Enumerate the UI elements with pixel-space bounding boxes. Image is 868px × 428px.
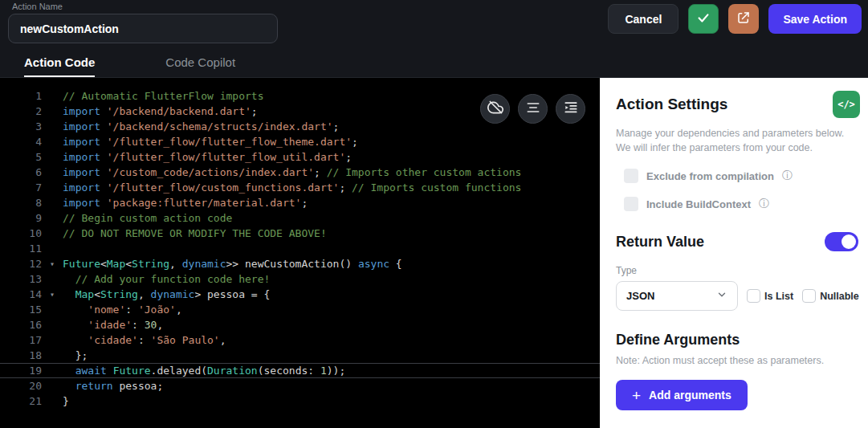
code-line[interactable]: 18 }; [0,348,600,363]
define-arguments-title: Define Arguments [616,332,862,349]
code-line[interactable]: 11 [0,241,600,256]
exclude-compilation-checkbox[interactable] [624,169,638,183]
code-line[interactable]: 4import '/flutter_flow/flutter_flow_them… [0,134,600,149]
code-line[interactable]: 10// DO NOT REMOVE OR MODIFY THE CODE AB… [0,226,600,241]
line-content: 'cidade': 'São Paulo', [63,332,226,348]
code-line[interactable]: 20 return pessoa; [0,378,600,393]
fold-gutter [42,104,63,119]
fold-gutter [42,210,63,226]
code-line[interactable]: 5import '/flutter_flow/flutter_flow_util… [0,149,600,165]
fold-gutter [42,88,63,104]
line-content: await Future.delayed(Duration(seconds: 1… [63,364,345,377]
line-number: 11 [0,241,42,256]
fold-gutter [42,348,63,363]
is-list-group: Is List [747,289,793,303]
info-icon[interactable]: ⓘ [759,197,769,211]
line-number: 4 [0,134,42,149]
code-view-button[interactable]: </> [833,91,860,118]
line-number: 9 [0,210,42,226]
include-buildcontext-checkbox[interactable] [624,197,638,211]
cloud-off-icon [487,100,503,118]
code-line[interactable]: 21} [0,393,600,409]
line-number: 3 [0,119,42,134]
add-arguments-button[interactable]: + Add arguments [616,380,748,410]
toggle-knob [842,234,856,249]
header-buttons: Cancel Save Action [608,4,862,34]
cancel-button[interactable]: Cancel [608,4,679,34]
confirm-button[interactable] [688,4,719,34]
exclude-compilation-row: Exclude from compilation ⓘ [616,169,862,183]
fold-gutter [42,302,63,317]
fold-chevron-icon[interactable]: ▾ [42,287,63,302]
tab-code-copilot[interactable]: Code Copilot [165,48,235,77]
return-value-toggle[interactable] [825,232,858,251]
code-line[interactable]: 9// Begin custom action code [0,210,600,226]
line-content: Future<Map<String, dynamic>> newCustomAc… [63,256,402,271]
fold-gutter [42,165,63,180]
line-number: 2 [0,104,42,119]
plus-icon: + [632,388,641,403]
editor-toolbar [480,94,585,124]
add-arguments-label: Add arguments [649,389,731,402]
line-content: import '/flutter_flow/flutter_flow_util.… [63,149,352,165]
open-external-button[interactable] [728,4,759,34]
custom-action-editor: Action Name Cancel Save Action Action Co… [0,0,868,428]
line-number: 20 [0,378,42,393]
line-number: 21 [0,393,42,409]
code-line[interactable]: 14▾ Map<String, dynamic> pessoa = { [0,287,600,302]
nullable-checkbox[interactable] [802,289,816,303]
line-content: Map<String, dynamic> pessoa = { [63,287,270,302]
fold-gutter [42,180,63,195]
line-number: 16 [0,317,42,332]
cloud-off-button[interactable] [480,94,510,124]
format-align-button[interactable] [518,94,548,124]
info-icon[interactable]: ⓘ [782,169,793,183]
code-line[interactable]: 13 // Add your function code here! [0,271,600,287]
line-number: 17 [0,332,42,348]
code-line[interactable]: 7import '/flutter_flow/custom_functions.… [0,180,600,195]
action-name-label: Action Name [12,2,278,11]
action-name-input[interactable] [8,14,278,43]
line-number: 10 [0,226,42,241]
save-action-button[interactable]: Save Action [768,4,862,34]
panel-description: Manage your dependencies and parameters … [616,126,857,155]
fold-gutter [42,119,63,134]
fold-gutter [42,317,63,332]
fold-gutter [42,149,63,165]
code-icon: </> [837,99,855,110]
line-number: 8 [0,195,42,210]
is-list-checkbox[interactable] [747,289,760,303]
chevron-down-icon [716,289,727,304]
code-editor[interactable]: 1// Automatic FlutterFlow imports2import… [0,78,600,428]
indent-button[interactable] [556,94,585,124]
line-content: import '/flutter_flow/custom_functions.d… [63,180,521,195]
nullable-group: Nullable [802,289,859,303]
define-arguments-note: Note: Action must accept these as parame… [616,355,862,366]
line-number: 7 [0,180,42,195]
type-dropdown[interactable]: JSON [616,281,738,311]
indent-icon [563,100,579,118]
action-settings-panel: Action Settings </> Manage your dependen… [600,78,868,428]
line-content: }; [63,348,88,363]
line-number: 18 [0,348,42,363]
include-buildcontext-label: Include BuildContext [646,198,751,210]
code-line[interactable]: 6import '/custom_code/actions/index.dart… [0,165,600,180]
code-line[interactable]: 12▾Future<Map<String, dynamic>> newCusto… [0,256,600,271]
code-line[interactable]: 19 await Future.delayed(Duration(seconds… [0,363,600,378]
line-content: import '/custom_code/actions/index.dart'… [63,165,521,180]
code-line[interactable]: 15 'nome': 'João', [0,302,600,317]
line-number: 19 [0,364,42,377]
line-content: import '/backend/backend.dart'; [63,104,258,119]
fold-gutter [42,393,63,409]
fold-chevron-icon[interactable]: ▾ [42,256,63,271]
code-line[interactable]: 17 'cidade': 'São Paulo', [0,332,600,348]
tab-action-code[interactable]: Action Code [24,48,95,77]
code-line[interactable]: 8import 'package:flutter/material.dart'; [0,195,600,210]
line-content: import '/flutter_flow/flutter_flow_theme… [63,134,358,149]
code-line[interactable]: 16 'idade': 30, [0,317,600,332]
panel-title: Action Settings [616,96,727,113]
nullable-label: Nullable [820,291,859,302]
fold-gutter [42,332,63,348]
return-value-title: Return Value [616,234,704,251]
fold-gutter [42,195,63,210]
